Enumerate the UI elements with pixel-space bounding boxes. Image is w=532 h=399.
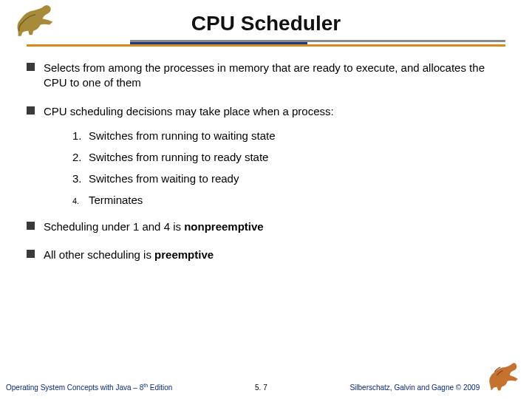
numbered-item: 1. Switches from running to waiting stat… [72,129,505,142]
text-bold: nonpreemptive [184,220,264,233]
footer-right-wrap: Silberschatz, Galvin and Gagne © 2009 [349,359,522,392]
item-text: Switches from waiting to ready [89,172,239,185]
bullet-item: CPU scheduling decisions may take place … [27,104,505,119]
item-number: 4. [72,197,89,205]
text-prefix: Scheduling under 1 and 4 is [44,220,184,233]
slide-footer: Operating System Concepts with Java – 8t… [0,359,532,392]
square-bullet-icon [27,106,35,115]
footer-authors: Silberschatz, Galvin and Gagne © 2009 [349,383,480,392]
item-number: 1. [72,129,89,142]
dinosaur-left-icon [12,1,65,37]
numbered-item: 3. Switches from waiting to ready [72,172,505,185]
bullet-text: CPU scheduling decisions may take place … [44,104,334,119]
slide-content: Selects from among the processes in memo… [27,47,505,262]
footer-book-title: Operating System Concepts with Java – 8 [6,383,143,392]
bullet-text: Selects from among the processes in memo… [44,61,505,91]
square-bullet-icon [27,63,35,71]
bullet-item: Scheduling under 1 and 4 is nonpreemptiv… [27,219,505,234]
slide-header: CPU Scheduler [27,0,505,47]
numbered-item: 2. Switches from running to ready state [72,151,505,163]
footer-edition: Edition [148,383,172,392]
bullet-text: Scheduling under 1 and 4 is nonpreemptiv… [44,219,264,234]
item-text: Switches from running to ready state [89,151,268,163]
numbered-item: 4. Terminates [72,194,505,206]
numbered-list: 1. Switches from running to waiting stat… [27,129,505,206]
bullet-item: All other scheduling is preemptive [27,248,505,262]
square-bullet-icon [27,250,35,258]
dinosaur-right-icon [486,359,522,392]
page-number: 5. 7 [255,383,267,392]
text-prefix: All other scheduling is [44,248,154,261]
slide: CPU Scheduler Selects from among the pro… [0,0,532,399]
title-rule [27,40,505,47]
slide-title: CPU Scheduler [27,7,505,40]
text-bold: preemptive [154,248,214,261]
item-number: 3. [72,172,89,185]
rule-orange [27,44,505,47]
item-number: 2. [72,151,89,163]
bullet-item: Selects from among the processes in memo… [27,61,505,91]
item-text: Switches from running to waiting state [89,129,276,142]
footer-left: Operating System Concepts with Java – 8t… [6,383,172,392]
item-text: Terminates [89,194,143,206]
bullet-text: All other scheduling is preemptive [44,248,214,262]
square-bullet-icon [27,222,35,230]
